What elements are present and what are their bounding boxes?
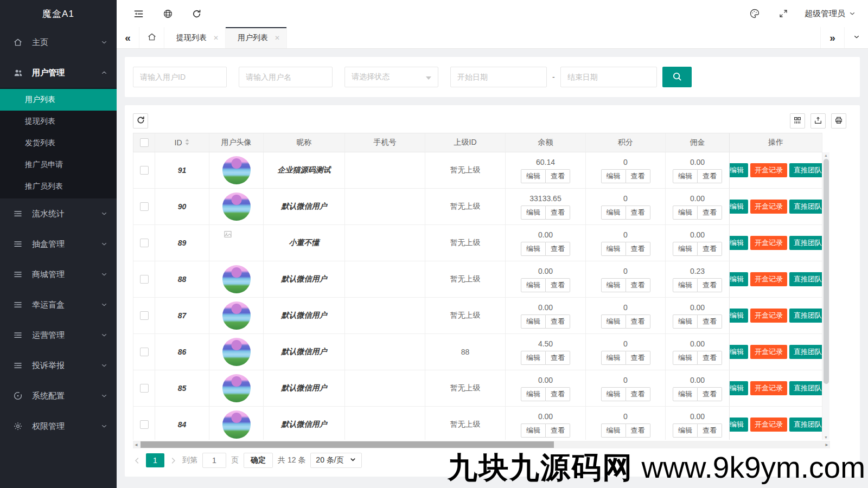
row-checkbox[interactable]	[140, 239, 149, 247]
next-page-icon[interactable]	[169, 457, 177, 465]
direct-team-button[interactable]: 直推团队	[789, 236, 822, 250]
row-checkbox[interactable]	[140, 166, 149, 175]
horizontal-scrollbar[interactable]: ◄ ►	[133, 441, 830, 448]
scroll-down-icon[interactable]: ▼	[822, 434, 829, 440]
edit-commission-button[interactable]: 编辑	[673, 351, 698, 365]
home-tab[interactable]	[139, 27, 164, 48]
edit-commission-button[interactable]: 编辑	[673, 314, 698, 329]
view-balance-button[interactable]: 查看	[546, 206, 570, 220]
row-checkbox[interactable]	[140, 420, 149, 429]
edit-user-button[interactable]: 编辑	[729, 381, 748, 395]
edit-commission-button[interactable]: 编辑	[673, 242, 698, 256]
view-points-button[interactable]: 查看	[626, 169, 650, 183]
edit-balance-button[interactable]: 编辑	[521, 387, 546, 401]
view-commission-button[interactable]: 查看	[698, 423, 722, 438]
edit-balance-button[interactable]: 编辑	[521, 423, 546, 438]
edit-points-button[interactable]: 编辑	[601, 314, 626, 329]
direct-team-button[interactable]: 直推团队	[789, 418, 822, 432]
direct-team-button[interactable]: 直推团队	[789, 200, 822, 214]
view-commission-button[interactable]: 查看	[698, 242, 722, 256]
edit-user-button[interactable]: 编辑	[729, 272, 748, 286]
select-all-checkbox[interactable]	[140, 138, 149, 147]
sidebar-subitem[interactable]: 用户列表	[0, 89, 117, 111]
vertical-scrollbar-thumb[interactable]	[824, 159, 829, 384]
view-balance-button[interactable]: 查看	[546, 387, 570, 401]
row-checkbox[interactable]	[140, 202, 149, 211]
search-button[interactable]	[662, 67, 692, 87]
view-commission-button[interactable]: 查看	[698, 169, 722, 183]
edit-commission-button[interactable]: 编辑	[673, 423, 698, 438]
edit-balance-button[interactable]: 编辑	[521, 278, 546, 292]
end-date-input[interactable]	[560, 67, 657, 87]
direct-team-button[interactable]: 直推团队	[789, 272, 822, 286]
edit-user-button[interactable]: 编辑	[729, 345, 748, 359]
jump-confirm-button[interactable]: 确定	[244, 453, 273, 468]
open-box-records-button[interactable]: 开盒记录	[750, 163, 787, 177]
direct-team-button[interactable]: 直推团队	[789, 163, 822, 177]
print-button[interactable]	[831, 113, 846, 129]
page-size-select[interactable]: 20 条/页	[310, 453, 361, 468]
view-points-button[interactable]: 查看	[626, 206, 650, 220]
row-checkbox[interactable]	[140, 384, 149, 393]
view-balance-button[interactable]: 查看	[546, 423, 570, 438]
open-box-records-button[interactable]: 开盒记录	[750, 272, 787, 286]
view-balance-button[interactable]: 查看	[546, 169, 570, 183]
view-points-button[interactable]: 查看	[626, 314, 650, 329]
view-points-button[interactable]: 查看	[626, 387, 650, 401]
sidebar-item[interactable]: 权限管理	[0, 411, 117, 441]
direct-team-button[interactable]: 直推团队	[789, 381, 822, 395]
row-checkbox[interactable]	[140, 348, 149, 356]
edit-balance-button[interactable]: 编辑	[521, 206, 546, 220]
horizontal-scrollbar-thumb[interactable]	[141, 441, 554, 448]
edit-balance-button[interactable]: 编辑	[521, 169, 546, 183]
edit-user-button[interactable]: 编辑	[729, 309, 748, 323]
direct-team-button[interactable]: 直推团队	[789, 345, 822, 359]
row-checkbox[interactable]	[140, 275, 149, 284]
prev-page-icon[interactable]	[133, 457, 141, 465]
direct-team-button[interactable]: 直推团队	[789, 309, 822, 323]
tabs-scroll-left-icon[interactable]: «	[117, 27, 139, 48]
sidebar-item[interactable]: 投诉举报	[0, 350, 117, 381]
status-select[interactable]: 请选择状态	[344, 67, 438, 87]
view-points-button[interactable]: 查看	[626, 278, 650, 292]
sidebar-item[interactable]: 用户管理	[0, 57, 117, 88]
close-icon[interactable]: ✕	[275, 34, 280, 42]
close-icon[interactable]: ✕	[213, 34, 219, 42]
vertical-scrollbar[interactable]: ▲ ▼	[822, 152, 829, 440]
view-commission-button[interactable]: 查看	[698, 206, 722, 220]
sidebar-subitem[interactable]: 推广员列表	[0, 176, 117, 197]
edit-commission-button[interactable]: 编辑	[673, 387, 698, 401]
edit-user-button[interactable]: 编辑	[729, 200, 748, 214]
jump-page-input[interactable]	[202, 453, 226, 468]
view-commission-button[interactable]: 查看	[698, 351, 722, 365]
view-balance-button[interactable]: 查看	[546, 242, 570, 256]
view-points-button[interactable]: 查看	[626, 242, 650, 256]
edit-points-button[interactable]: 编辑	[601, 387, 626, 401]
table-refresh-button[interactable]	[133, 113, 148, 129]
sidebar-item[interactable]: 抽盒管理	[0, 229, 117, 259]
sidebar-item[interactable]: 流水统计	[0, 198, 117, 229]
view-commission-button[interactable]: 查看	[698, 278, 722, 292]
columns-filter-button[interactable]	[790, 113, 805, 129]
refresh-icon[interactable]	[192, 9, 202, 19]
edit-balance-button[interactable]: 编辑	[521, 314, 546, 329]
edit-balance-button[interactable]: 编辑	[521, 242, 546, 256]
start-date-input[interactable]	[450, 67, 547, 87]
open-box-records-button[interactable]: 开盒记录	[750, 381, 787, 395]
export-button[interactable]	[810, 113, 826, 129]
edit-points-button[interactable]: 编辑	[601, 206, 626, 220]
admin-dropdown[interactable]: 超级管理员	[805, 9, 856, 19]
tab[interactable]: 提现列表 ✕	[164, 27, 226, 48]
open-box-records-button[interactable]: 开盒记录	[750, 345, 787, 359]
view-points-button[interactable]: 查看	[626, 351, 650, 365]
view-balance-button[interactable]: 查看	[546, 278, 570, 292]
globe-icon[interactable]	[163, 9, 173, 19]
tab[interactable]: 用户列表 ✕	[226, 27, 287, 48]
edit-balance-button[interactable]: 编辑	[521, 351, 546, 365]
sort-icon[interactable]	[184, 138, 190, 148]
sidebar-item[interactable]: 主页	[0, 27, 117, 57]
scroll-left-icon[interactable]: ◄	[133, 441, 139, 448]
tabs-menu-icon[interactable]	[844, 27, 868, 48]
sidebar-subitem[interactable]: 推广员申请	[0, 154, 117, 176]
open-box-records-button[interactable]: 开盒记录	[750, 200, 787, 214]
